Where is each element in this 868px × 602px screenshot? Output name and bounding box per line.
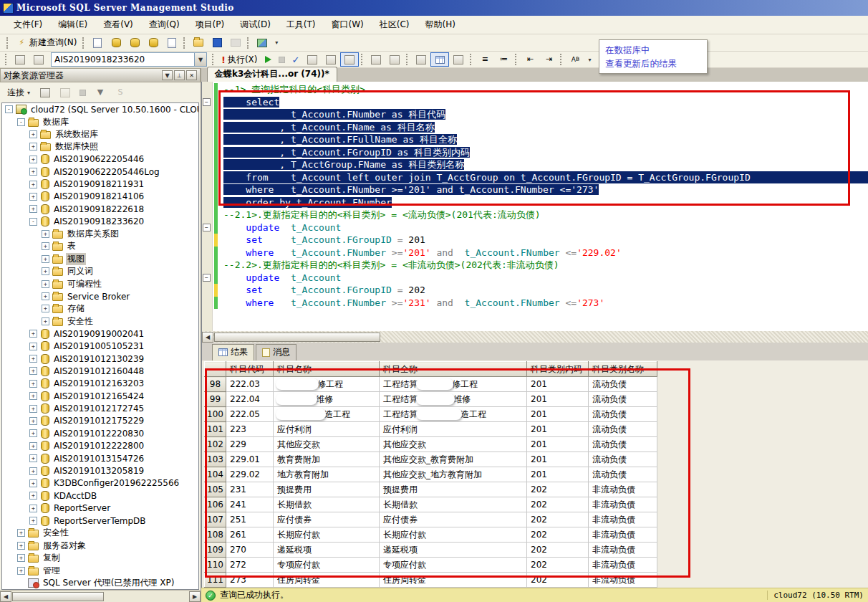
- specify-template-values-button[interactable]: [340, 52, 359, 67]
- grid-row[interactable]: 111273住房周转金住房周转金202非流动负债: [205, 573, 657, 588]
- new-query-button[interactable]: ⚡ 新建查询(N): [12, 36, 80, 50]
- cell-group-name[interactable]: 流动负债: [589, 437, 657, 452]
- cell-group-id[interactable]: 201: [527, 437, 589, 452]
- cell-name[interactable]: 长期借款: [274, 497, 380, 512]
- toolbar-overflow-button[interactable]: ▾: [584, 52, 594, 67]
- expand-box-icon[interactable]: +: [17, 567, 25, 575]
- code-line[interactable]: , t_Account.FName as 科目名称: [202, 121, 868, 134]
- tree-item[interactable]: +管理: [2, 564, 198, 576]
- menu-item[interactable]: 文件(F): [6, 16, 50, 34]
- cell-code[interactable]: 261: [226, 527, 274, 543]
- expand-box-icon[interactable]: +: [29, 505, 37, 512]
- row-number-cell[interactable]: 98: [205, 377, 226, 392]
- expand-box-icon[interactable]: +: [42, 230, 49, 238]
- tree-item[interactable]: +AIS20191012160448: [2, 365, 198, 377]
- cell-group-name[interactable]: 非流动负债: [589, 527, 657, 543]
- cell-fullname[interactable]: 工程结算维修: [380, 392, 527, 407]
- grid-row[interactable]: 108261长期应付款长期应付款202非流动负债: [205, 527, 657, 543]
- tree-item[interactable]: +数据库关系图: [2, 228, 198, 240]
- cell-code[interactable]: 241: [226, 497, 274, 512]
- tree-item[interactable]: +AIS20191012220830: [2, 427, 198, 439]
- cell-name[interactable]: 递延税项: [274, 543, 380, 558]
- save-button[interactable]: [208, 36, 226, 50]
- code-line[interactable]: set t_Account.FGroupID = 201: [202, 234, 868, 247]
- mdx-query-button[interactable]: [144, 36, 163, 50]
- expand-box-icon[interactable]: +: [29, 454, 37, 462]
- tree-item[interactable]: -数据库: [2, 115, 198, 128]
- expand-box-icon[interactable]: +: [29, 193, 37, 201]
- row-number-cell[interactable]: 104: [205, 467, 226, 482]
- expand-box-icon[interactable]: +: [29, 205, 37, 213]
- disconnect-query-button[interactable]: [29, 52, 48, 67]
- grid-row[interactable]: 98222.03修工程工程结算修工程201流动负债: [205, 377, 657, 392]
- cell-name[interactable]: 修工程: [274, 377, 380, 392]
- increase-indent-button[interactable]: ⇥: [539, 52, 558, 67]
- menu-item[interactable]: 工具(T): [279, 16, 324, 34]
- cell-code[interactable]: 273: [226, 573, 274, 588]
- row-number-cell[interactable]: 101: [205, 422, 226, 437]
- code-line[interactable]: − select: [202, 96, 868, 109]
- cell-name[interactable]: 长期应付款: [274, 527, 380, 543]
- menu-item[interactable]: 帮助(H): [418, 16, 463, 34]
- tree-item[interactable]: +AIS20191012222800: [2, 440, 198, 452]
- activity-monitor-button[interactable]: [253, 36, 271, 50]
- code-line[interactable]: --1>.查询指定科目的<科目类别>: [202, 83, 868, 96]
- cell-name[interactable]: 住房周转金: [274, 573, 380, 588]
- menu-item[interactable]: 社区(C): [372, 16, 418, 34]
- fold-collapse-icon[interactable]: −: [203, 224, 211, 231]
- cell-group-id[interactable]: 201: [527, 467, 589, 482]
- tree-item[interactable]: +AIS20191012165424: [2, 390, 198, 402]
- cell-name[interactable]: 应付债券: [274, 512, 380, 527]
- fold-collapse-icon[interactable]: −: [203, 274, 211, 282]
- query-designer-button[interactable]: [322, 52, 340, 67]
- cell-group-name[interactable]: 非流动负债: [589, 512, 657, 527]
- tree-item[interactable]: -AIS20190918233620: [2, 216, 198, 228]
- cell-group-name[interactable]: 流动负债: [589, 392, 657, 407]
- tree-item[interactable]: +AIS20191012163203: [2, 378, 198, 390]
- cell-fullname[interactable]: 应付利润: [380, 422, 527, 437]
- fold-collapse-icon[interactable]: −: [203, 98, 211, 106]
- expand-box-icon[interactable]: +: [42, 317, 49, 325]
- tree-item[interactable]: +AIS20190918222618: [2, 203, 198, 215]
- cell-group-name[interactable]: 非流动负债: [589, 543, 657, 558]
- refresh-button[interactable]: S: [111, 85, 130, 100]
- expand-box-icon[interactable]: +: [29, 417, 37, 425]
- tree-item[interactable]: +AIS20190919002041: [2, 328, 198, 340]
- grid-row[interactable]: 104229.02地方教育附加其他应交款_地方教育附加201流动负债: [205, 467, 657, 482]
- grid-row[interactable]: 99222.04维修工程结算维修201流动负债: [205, 392, 657, 407]
- results-to-grid-button[interactable]: [430, 52, 449, 67]
- tree-item[interactable]: +AIS20191012175229: [2, 415, 198, 427]
- tree-item[interactable]: +AIS20190918214106: [2, 191, 198, 203]
- sql-editor[interactable]: --1>.查询指定科目的<科目类别>− select t_Account.FNu…: [201, 82, 868, 331]
- grid-row[interactable]: 100222.05造工程工程结算造工程201流动负债: [205, 407, 657, 422]
- expand-box-icon[interactable]: +: [29, 429, 37, 437]
- results-to-text-button[interactable]: [412, 52, 430, 67]
- cell-code[interactable]: 272: [226, 558, 274, 573]
- scroll-right-arrow[interactable]: ▶: [189, 591, 201, 602]
- code-line[interactable]: , t_Account.FFullName as 科目全称: [202, 133, 868, 146]
- cell-fullname[interactable]: 工程结算修工程: [380, 377, 527, 392]
- expand-box-icon[interactable]: +: [42, 305, 49, 312]
- expand-box-icon[interactable]: +: [29, 492, 37, 500]
- row-number-cell[interactable]: 110: [205, 558, 226, 573]
- cell-code[interactable]: 222.04: [226, 392, 274, 407]
- grid-row[interactable]: 109270递延税项递延税项202非流动负债: [205, 543, 657, 558]
- cell-group-name[interactable]: 流动负债: [589, 422, 657, 437]
- expand-box-icon[interactable]: +: [29, 130, 37, 138]
- cell-fullname[interactable]: 专项应付款: [380, 558, 527, 573]
- analysis-query-button[interactable]: [125, 36, 144, 50]
- expand-box-icon[interactable]: +: [17, 529, 25, 537]
- tree-item[interactable]: +系统数据库: [2, 128, 198, 140]
- row-number-cell[interactable]: 106: [205, 497, 226, 512]
- tree-item[interactable]: +服务器对象: [2, 540, 198, 552]
- code-line[interactable]: , T_AcctGroup.FName as 科目类别名称: [202, 158, 868, 171]
- tree-item[interactable]: +ReportServerTempDB: [2, 515, 198, 527]
- code-line[interactable]: --2.2>.更新指定科目的的<科目类别> = <非流动负债>(202代表:非流…: [202, 259, 868, 272]
- cell-name[interactable]: 造工程: [274, 407, 380, 422]
- cell-group-id[interactable]: 202: [527, 543, 589, 558]
- filter-button[interactable]: ▼: [91, 85, 110, 100]
- grid-row[interactable]: 102229其他应交款其他应交款201流动负债: [205, 437, 657, 452]
- tree-item[interactable]: +K3DBConfiger201962225566: [2, 477, 198, 489]
- document-tab[interactable]: 金蝶k3会计科目...or (74))*: [207, 67, 337, 82]
- tree-item[interactable]: +数据库快照: [2, 140, 198, 153]
